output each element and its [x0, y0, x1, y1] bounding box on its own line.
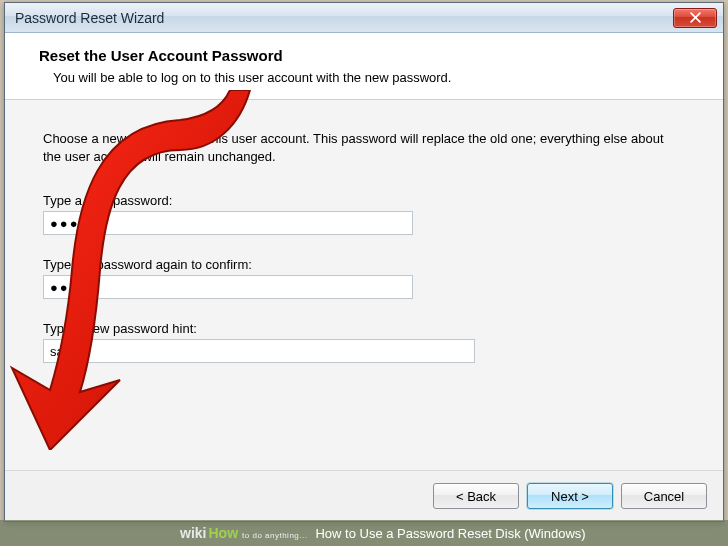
page-heading: Reset the User Account Password	[39, 47, 699, 64]
hint-block: Type a new password hint: same	[43, 321, 685, 363]
cancel-button[interactable]: Cancel	[621, 483, 707, 509]
window-title: Password Reset Wizard	[15, 10, 673, 26]
titlebar: Password Reset Wizard	[5, 3, 723, 33]
new-password-value: ●●●●	[50, 216, 89, 231]
hint-value: same	[50, 344, 82, 359]
text-caret	[83, 344, 84, 358]
new-password-label: Type a new password:	[43, 193, 685, 208]
back-button[interactable]: < Back	[433, 483, 519, 509]
logo-tagline: to do anything...	[242, 531, 307, 540]
watermark-bar: wikiHow to do anything... How to Use a P…	[0, 520, 728, 546]
close-button[interactable]	[673, 8, 717, 28]
logo-wiki: wiki	[180, 525, 206, 541]
logo-how: How	[208, 525, 238, 541]
button-bar: < Back Next > Cancel	[5, 471, 723, 521]
confirm-password-input[interactable]: ●●●●	[43, 275, 413, 299]
new-password-block: Type a new password: ●●●●	[43, 193, 685, 235]
close-icon	[690, 12, 701, 23]
next-button[interactable]: Next >	[527, 483, 613, 509]
page-subtitle: You will be able to log on to this user …	[53, 70, 699, 85]
confirm-password-value: ●●●●	[50, 280, 89, 295]
wizard-header: Reset the User Account Password You will…	[5, 33, 723, 100]
confirm-password-block: Type the password again to confirm: ●●●●	[43, 257, 685, 299]
wikihow-logo: wikiHow to do anything...	[0, 525, 315, 541]
wizard-content: Choose a new password for this user acco…	[5, 100, 723, 471]
confirm-password-label: Type the password again to confirm:	[43, 257, 685, 272]
new-password-input[interactable]: ●●●●	[43, 211, 413, 235]
wizard-window: Password Reset Wizard Reset the User Acc…	[4, 2, 724, 522]
hint-label: Type a new password hint:	[43, 321, 685, 336]
instruction-text: Choose a new password for this user acco…	[43, 130, 685, 165]
watermark-article-title: How to Use a Password Reset Disk (Window…	[315, 526, 585, 541]
hint-input[interactable]: same	[43, 339, 475, 363]
